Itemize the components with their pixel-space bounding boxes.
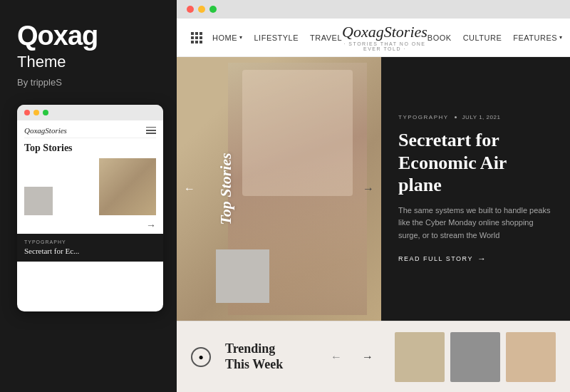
mini-arrow: →: [24, 220, 156, 231]
mini-dot-yellow: [33, 110, 39, 115]
site-logo: QoxagStories: [342, 24, 428, 41]
mini-dot-green: [43, 110, 48, 115]
sidebar: Qoxag Theme By trippleS QoxagStories Top…: [0, 0, 177, 392]
nav-item-lifestyle[interactable]: LIFESTYLE: [254, 33, 299, 42]
browser-bar: [177, 0, 570, 19]
site-logo-container: QoxagStories · STORIES THAT NO ONE EVER …: [342, 24, 428, 51]
chevron-down-icon: ▾: [239, 34, 243, 41]
dot-green: [209, 6, 217, 13]
article-excerpt: The same systems we built to handle peak…: [398, 205, 553, 242]
mini-dark-section: TYPOGRAPHY Secretart for Ec...: [17, 234, 163, 262]
mini-article-tag: TYPOGRAPHY: [24, 239, 156, 244]
article-meta: TYPOGRAPHY JULY 1, 2021: [398, 114, 553, 120]
article-title: Secretart for Economic Air plane: [398, 129, 553, 196]
bullet-icon: ●: [198, 352, 203, 362]
trending-image-3: [506, 332, 556, 382]
mini-content: QoxagStories Top Stories → TYPOGRAPHY Se…: [17, 120, 163, 267]
mini-logo: QoxagStories: [24, 126, 156, 138]
mini-hero-image: [99, 158, 156, 215]
trending-arrows: ← →: [331, 351, 373, 363]
trending-images: [395, 332, 556, 382]
sidebar-subtitle: Theme: [17, 53, 160, 71]
mini-small-image: [24, 187, 53, 215]
nav-item-culture[interactable]: CULTURE: [463, 33, 502, 42]
article-panel: TYPOGRAPHY JULY 1, 2021 Secretart for Ec…: [381, 57, 570, 321]
nav-item-features[interactable]: FEATURES ▾: [513, 33, 562, 42]
site-logo-tagline: · STORIES THAT NO ONE EVER TOLD ·: [342, 41, 428, 51]
dot-red: [187, 6, 194, 13]
read-more-link[interactable]: READ FULL STORY →: [398, 254, 553, 264]
top-stories-label: Top Stories: [217, 153, 235, 225]
nav-item-travel[interactable]: TRAVEL: [310, 33, 342, 42]
nav-item-home[interactable]: HOME ▾: [212, 33, 243, 42]
dot-yellow: [198, 6, 205, 13]
article-meta-dot: [455, 116, 457, 118]
site-header: HOME ▾ LIFESTYLE TRAVEL QoxagStories · S…: [177, 19, 570, 57]
mini-menu-icon: [146, 127, 156, 134]
trending-icon: ●: [191, 347, 211, 367]
mini-top-stories-label: Top Stories: [24, 143, 156, 154]
mini-image-grid: [24, 158, 156, 215]
mini-browser-bar: [17, 105, 163, 120]
grid-icon[interactable]: [191, 32, 201, 43]
site-nav-left: HOME ▾ LIFESTYLE TRAVEL: [191, 32, 342, 43]
trending-title: Trending: [225, 341, 283, 357]
site-nav-right: BOOK CULTURE FEATURES ▾ 🔍: [428, 32, 570, 43]
hero-section: Top Stories ← → TYPOGRAPHY JULY 1, 2021 …: [177, 57, 570, 321]
trending-prev-arrow[interactable]: ←: [331, 351, 342, 363]
hero-prev-arrow[interactable]: ←: [184, 182, 195, 195]
sidebar-title: Qoxag: [17, 21, 160, 51]
trending-next-arrow[interactable]: →: [362, 351, 373, 363]
trending-image-1: [395, 332, 445, 382]
chevron-down-icon: ▾: [559, 34, 563, 41]
top-stories-section: Top Stories ← →: [177, 57, 381, 321]
article-tag: TYPOGRAPHY: [398, 114, 449, 120]
read-more-arrow-icon: →: [477, 254, 487, 264]
hero-next-arrow[interactable]: →: [363, 182, 374, 195]
sidebar-by: By trippleS: [17, 77, 160, 88]
trending-section: ● Trending This Week ← →: [177, 321, 570, 392]
trending-text: Trending This Week: [225, 341, 283, 372]
nav-item-book[interactable]: BOOK: [428, 33, 452, 42]
main-preview: HOME ▾ LIFESTYLE TRAVEL QoxagStories · S…: [177, 0, 570, 392]
trending-subtitle: This Week: [225, 357, 283, 373]
mini-dot-red: [24, 110, 30, 115]
article-date: JULY 1, 2021: [462, 114, 501, 120]
mini-browser-preview: QoxagStories Top Stories → TYPOGRAPHY Se…: [17, 105, 163, 311]
mini-article-heading: Secretart for Ec...: [24, 246, 156, 256]
hero-small-image: [216, 249, 269, 303]
trending-image-2: [450, 332, 500, 382]
